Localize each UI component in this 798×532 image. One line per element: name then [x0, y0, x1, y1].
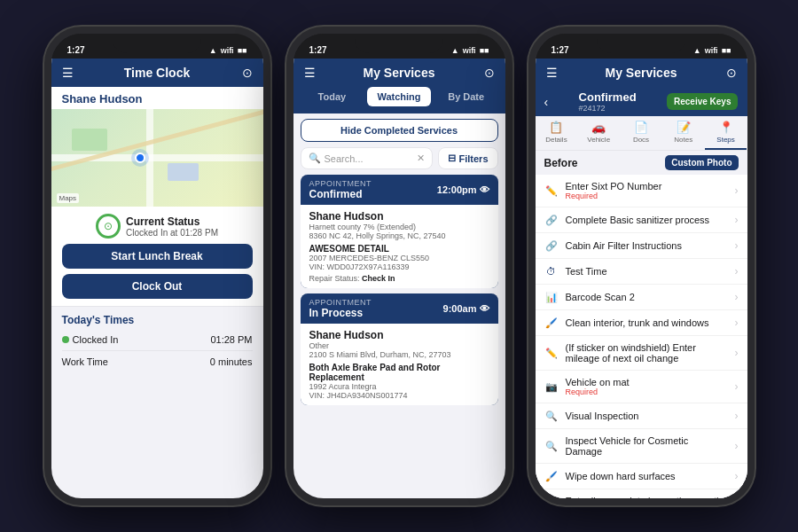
service-item[interactable]: 🖌️ Wipe down hard surfaces › — [536, 464, 747, 489]
service-item[interactable]: 🔍 Visual Inspection › — [536, 403, 747, 429]
confirmed-badge: Confirmed — [579, 90, 637, 104]
status-circle-icon: ⊙ — [96, 214, 121, 239]
map-location-dot — [135, 153, 145, 163]
menu-icon-2[interactable]: ☰ — [304, 66, 316, 80]
steps-icon: 📍 — [719, 121, 733, 134]
tab-vehicle[interactable]: 🚗 Vehicle — [577, 116, 620, 150]
service-item[interactable]: 🔗 Complete Basic sanitizer process › — [536, 207, 747, 233]
time-divider — [62, 350, 253, 351]
chevron-icon-2: › — [735, 239, 739, 252]
appointment-card-confirmed[interactable]: Appointment Confirmed 12:00pm 👁 Shane Hu… — [301, 175, 498, 288]
status-icons-1: ▲ wifi ■■ — [209, 46, 247, 55]
map-label: Maps — [57, 193, 80, 203]
current-status: ⊙ Current Status Clocked In at 01:28 PM — [96, 214, 218, 239]
search-box[interactable]: 🔍 Search... ✕ — [301, 147, 434, 169]
search-clear-icon[interactable]: ✕ — [417, 153, 425, 164]
service-item-text-6: (If sticker on windshield) Enter mileage… — [566, 342, 728, 364]
tab-steps[interactable]: 📍 Steps — [705, 116, 747, 150]
map-road-vertical — [146, 109, 153, 207]
appt-time-1: 12:00pm 👁 — [437, 184, 489, 195]
service-icon-3: ⏱ — [544, 266, 559, 277]
service-item-sub-0: Required — [566, 192, 728, 200]
current-status-label: Current Status — [126, 215, 218, 228]
time-row-work-time: Work Time 0 minutes — [62, 354, 253, 370]
appt-repair-status-1: Repair Status: Check In — [309, 274, 489, 283]
service-icon-9: 🔍 — [544, 441, 559, 452]
service-icon-7: 📷 — [544, 381, 559, 393]
service-item-content-6: (If sticker on windshield) Enter mileage… — [566, 342, 728, 364]
vehicle-icon: 🚗 — [591, 121, 606, 134]
detail-header: ‹ Confirmed #24172 Receive Keys — [536, 87, 747, 116]
service-item[interactable]: 🖌️ Clean interior, trunk and windows › — [536, 310, 747, 336]
service-item[interactable]: ⏱ Test Time › — [536, 259, 747, 285]
service-list: ✏️ Enter Sixt PO Number Required › 🔗 Com… — [536, 175, 747, 498]
appt-status-1: Confirmed — [309, 188, 372, 200]
service-item-text-7: Vehicle on mat — [566, 377, 728, 387]
appt-time-2: 9:00am 👁 — [443, 303, 489, 314]
chevron-icon-0: › — [735, 184, 739, 197]
search-icon: 🔍 — [309, 153, 321, 164]
menu-icon-3[interactable]: ☰ — [546, 66, 558, 80]
filter-icon: ⊟ — [448, 153, 456, 164]
service-item[interactable]: 📊 Barcode Scan 2 › — [536, 285, 747, 310]
service-item-content-2: Cabin Air Filter Instructions — [566, 240, 728, 251]
search-placeholder: Search... — [325, 153, 364, 164]
eye-icon-2: 👁 — [480, 303, 489, 314]
details-icon: 📋 — [549, 121, 563, 134]
tab-today[interactable]: Today — [301, 87, 364, 106]
chevron-icon-1: › — [735, 214, 739, 226]
appt-location-2: Other 2100 S Miami Blvd, Durham, NC, 277… — [309, 341, 489, 359]
service-item[interactable]: 🔗 Cabin Air Filter Instructions › — [536, 233, 747, 259]
screen-1: ☰ Time Clock ⊙ Shane Hudson Maps ⊙ Curre… — [51, 59, 263, 498]
map-block-2 — [168, 163, 199, 181]
search-filter-row: 🔍 Search... ✕ ⊟ Filters — [293, 147, 505, 175]
appt-header-confirmed: Appointment Confirmed 12:00pm 👁 — [301, 175, 498, 205]
user-name-1: Shane Hudson — [51, 87, 263, 109]
header-2: ☰ My Services ⊙ — [293, 59, 505, 87]
service-item[interactable]: ✏️ Enter Sixt PO Number Required › — [536, 175, 747, 207]
tab-details[interactable]: 📋 Details — [536, 116, 578, 150]
status-section: ⊙ Current Status Clocked In at 01:28 PM … — [51, 207, 263, 307]
service-item[interactable]: 📷 Vehicle on mat Required › — [536, 371, 747, 403]
service-icon-5: 🖌️ — [544, 317, 559, 329]
appt-car-2: 1992 Acura Integra — [309, 382, 489, 391]
service-icon-4: 📊 — [544, 292, 559, 303]
tab-by-date[interactable]: By Date — [434, 87, 498, 106]
service-item[interactable]: 🔍 Inspect Vehicle for Cosmetic Damage › — [536, 429, 747, 464]
notch-1 — [113, 34, 201, 53]
clocked-in-value: 01:28 PM — [210, 334, 252, 345]
service-item-content-11: Enter license plate inspection month Req… — [566, 496, 728, 498]
phone-2: 1:27 ▲ wifi ■■ ☰ My Services ⊙ Today Wat… — [286, 27, 512, 505]
service-item-text-1: Complete Basic sanitizer process — [566, 215, 728, 225]
tab-notes[interactable]: 📝 Notes — [662, 116, 705, 150]
appointment-card-in-process[interactable]: Appointment In Process 9:00am 👁 Shane Hu… — [301, 293, 498, 405]
confirmed-id: #24172 — [579, 104, 637, 113]
tab-watching[interactable]: Watching — [367, 87, 431, 106]
appt-car-1: 2007 MERCEDES-BENZ CLS550 — [309, 254, 489, 262]
chevron-icon-8: › — [735, 410, 739, 422]
appt-status-2: In Process — [309, 307, 372, 319]
start-lunch-button[interactable]: Start Lunch Break — [62, 244, 253, 269]
tab-docs[interactable]: 📄 Docs — [620, 116, 662, 150]
header-title-3: My Services — [606, 66, 677, 80]
filters-button[interactable]: ⊟ Filters — [438, 147, 497, 169]
menu-icon-1[interactable]: ☰ — [62, 66, 74, 80]
time-1: 1:27 — [67, 45, 85, 55]
appt-name-2: Shane Hudson — [309, 329, 489, 341]
time-row-clocked-in: Clocked In 01:28 PM — [62, 332, 253, 348]
service-item[interactable]: ✏️ (If sticker on windshield) Enter mile… — [536, 336, 747, 371]
icon-tabs-bar: 📋 Details 🚗 Vehicle 📄 Docs 📝 Notes 📍 Ste… — [536, 116, 747, 151]
service-item[interactable]: ✏️ Enter license plate inspection month … — [536, 489, 747, 498]
hide-completed-button[interactable]: Hide Completed Services — [301, 119, 498, 142]
back-arrow-icon[interactable]: ‹ — [544, 95, 549, 109]
chevron-icon-10: › — [735, 470, 739, 482]
green-dot-icon — [62, 336, 69, 343]
header-1: ☰ Time Clock ⊙ — [51, 59, 263, 87]
clock-out-button[interactable]: Clock Out — [62, 274, 253, 299]
service-icon-2: 🔗 — [544, 240, 559, 252]
chevron-icon-7: › — [735, 380, 739, 393]
wifi-icon-3: ⊙ — [726, 66, 737, 80]
custom-photo-button[interactable]: Custom Photo — [665, 155, 738, 170]
receive-keys-button[interactable]: Receive Keys — [667, 93, 739, 110]
phone-3: 1:27 ▲ wifi ■■ ☰ My Services ⊙ ‹ Confirm… — [528, 27, 755, 505]
